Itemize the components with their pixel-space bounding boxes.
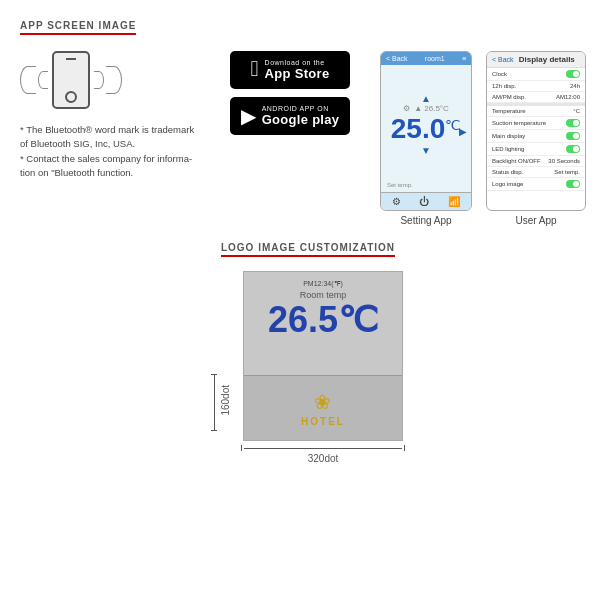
wifi-waves-left — [20, 66, 48, 94]
arrow-down-icon[interactable]: ▼ — [421, 145, 431, 156]
left-dim-row: 160dot — [211, 374, 231, 431]
appstore-text: Download on the App Store — [265, 59, 330, 81]
bottom-dim-label: 320dot — [308, 453, 339, 464]
user-row-suction: Suction temperature — [487, 117, 585, 130]
bottom-section: LOGO IMAGE CUSTOMIZATION 160dot PM12: — [20, 242, 596, 464]
toggle-clock[interactable] — [566, 70, 580, 78]
temp-target-indicator: ▲ 26.5°C — [414, 104, 449, 113]
temp-value: 25.0 — [391, 113, 446, 145]
setting-menu-icon: ≡ — [462, 55, 466, 62]
signal-icon[interactable]: 📶 — [448, 196, 460, 207]
user-back-btn[interactable]: < Back — [492, 56, 514, 63]
logo-temp-big: 26.5℃ — [268, 300, 378, 340]
user-row-status: Status disp. Set temp. — [487, 167, 585, 178]
user-row-backlight: Backlight ON/OFF 30 Seconds — [487, 156, 585, 167]
logo-display-area: 160dot PM12:34(℉) Room temp 26.5℃ ❀ HOTE… — [211, 271, 405, 464]
apps-row: < Back room1 ≡ ▲ ⚙ ▲ 26.5°C 25.0 ℃ — [380, 51, 586, 226]
play-arrow-icon: ▶ — [459, 126, 467, 137]
hotel-label: HOTEL — [301, 416, 345, 427]
set-temp-label: Set temp. — [387, 182, 413, 188]
logo-screen-container: PM12:34(℉) Room temp 26.5℃ ❀ HOTEL — [241, 271, 405, 464]
wave-left-1 — [38, 71, 48, 89]
setting-back-btn[interactable]: < Back — [386, 55, 408, 62]
user-app-header: < Back Display details — [487, 52, 585, 68]
user-row-clock: Clock — [487, 68, 585, 81]
hotel-flower-icon: ❀ — [314, 390, 331, 414]
user-app-screen: < Back Display details Clock 12h disp. 2… — [486, 51, 586, 211]
wave-left-2 — [20, 66, 36, 94]
toggle-logo[interactable] — [566, 180, 580, 188]
user-row-ampm: AM/PM disp. AM12:00 — [487, 92, 585, 103]
main-temp-display: 25.0 ℃ — [391, 113, 462, 145]
wave-right-1 — [94, 71, 104, 89]
bottom-dim-arrows — [241, 445, 405, 451]
user-app-title: Display details — [519, 55, 575, 64]
user-row-led: LED lighting — [487, 143, 585, 156]
toggle-suction[interactable] — [566, 119, 580, 127]
user-row-main: Main display — [487, 130, 585, 143]
bluetooth-note: * The Bluetooth® word mark is trademark … — [20, 123, 194, 180]
apple-icon:  — [251, 58, 259, 80]
power-icon[interactable]: ⏻ — [419, 196, 429, 207]
arrow-up-icon[interactable]: ▲ — [421, 93, 431, 104]
googleplay-button[interactable]: ▶ ANDROID APP ON Google play — [230, 97, 350, 135]
setting-app-footer: ⚙ ⏻ 📶 — [381, 192, 471, 210]
settings-icon[interactable]: ⚙ — [392, 196, 401, 207]
phone-icon — [52, 51, 90, 109]
appstore-button[interactable]:  Download on the App Store — [230, 51, 350, 89]
store-buttons:  Download on the App Store ▶ ANDROID AP… — [230, 51, 350, 135]
setting-title: room1 — [425, 55, 445, 62]
gplay-icon: ▶ — [241, 104, 256, 128]
section1-title: APP SCREEN IMAGE — [20, 20, 136, 35]
user-row-logo: Logo image — [487, 178, 585, 191]
setting-app-caption: Setting App — [400, 215, 451, 226]
googleplay-text: ANDROID APP ON Google play — [262, 105, 340, 127]
bottom-dimension: 320dot — [241, 445, 405, 464]
setting-app-body: ▲ ⚙ ▲ 26.5°C 25.0 ℃ ▼ Set temp. ▶ — [381, 65, 471, 183]
gear-icon: ⚙ — [403, 104, 410, 113]
left-dim-label: 160dot — [220, 385, 231, 416]
left-bracket — [211, 374, 217, 431]
setting-app-wrapper: < Back room1 ≡ ▲ ⚙ ▲ 26.5°C 25.0 ℃ — [380, 51, 472, 226]
wave-right-2 — [106, 66, 122, 94]
left-dimension: 160dot — [211, 271, 231, 441]
section2-title: LOGO IMAGE CUSTOMIZATION — [221, 242, 395, 257]
toggle-main[interactable] — [566, 132, 580, 140]
logo-screen: PM12:34(℉) Room temp 26.5℃ ❀ HOTEL — [243, 271, 403, 441]
setting-app-header: < Back room1 ≡ — [381, 52, 471, 65]
user-row-temp: Temperature °C — [487, 106, 585, 117]
logo-screen-bottom: ❀ HOTEL — [244, 375, 402, 440]
setting-app-screen: < Back room1 ≡ ▲ ⚙ ▲ 26.5°C 25.0 ℃ — [380, 51, 472, 211]
wifi-waves-right — [94, 66, 122, 94]
logo-time: PM12:34(℉) — [303, 280, 343, 288]
user-app-rows: Clock 12h disp. 24h AM/PM disp. AM12:00 — [487, 68, 585, 191]
temp-display-row: ⚙ ▲ 26.5°C — [403, 104, 449, 113]
user-app-caption: User App — [515, 215, 556, 226]
logo-screen-top: PM12:34(℉) Room temp 26.5℃ — [244, 272, 402, 375]
user-app-wrapper: < Back Display details Clock 12h disp. 2… — [486, 51, 586, 226]
hotel-logo: ❀ HOTEL — [301, 390, 345, 427]
user-row-12h: 12h disp. 24h — [487, 81, 585, 92]
toggle-led[interactable] — [566, 145, 580, 153]
